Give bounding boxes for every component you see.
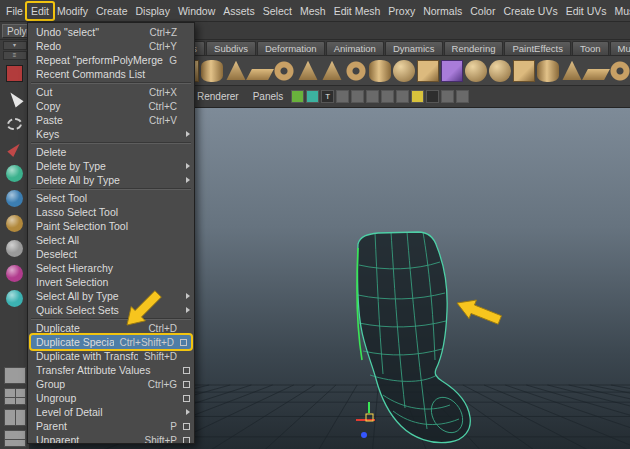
shelf-tab-toggle-button[interactable]: ▾ — [3, 41, 27, 50]
paint-selection-tool-icon[interactable] — [2, 136, 28, 161]
manipulator-z-handle[interactable] — [361, 432, 367, 438]
option-box-icon[interactable] — [183, 381, 190, 388]
shelf-tab-dynamics[interactable]: Dynamics — [385, 41, 443, 55]
menu-modify[interactable]: Modify — [53, 3, 92, 19]
camera-icon[interactable] — [351, 90, 364, 103]
menu-select[interactable]: Select — [259, 3, 296, 19]
edit-menu-item-parent[interactable]: ParentP — [28, 419, 194, 433]
soft-modification-icon[interactable] — [2, 261, 28, 286]
edit-menu-item-duplicate[interactable]: DuplicateCtrl+D — [28, 321, 194, 335]
edit-menu-item-copy[interactable]: CopyCtrl+C — [28, 99, 194, 113]
split-pane-layout-button[interactable] — [4, 430, 26, 447]
option-box-icon[interactable] — [183, 437, 190, 444]
edit-menu-item-group[interactable]: GroupCtrl+G — [28, 377, 194, 391]
lasso-tool-icon[interactable] — [2, 111, 28, 136]
poly-prism-icon[interactable] — [297, 60, 319, 82]
edit-menu-item-quick-select-sets[interactable]: Quick Select Sets — [28, 303, 194, 317]
single-pane-layout-button[interactable] — [4, 367, 26, 384]
dark-sphere-icon[interactable] — [426, 90, 439, 103]
menu-proxy[interactable]: Proxy — [384, 3, 419, 19]
edit-menu-item-keys[interactable]: Keys — [28, 127, 194, 141]
menu-edit-mesh[interactable]: Edit Mesh — [330, 3, 385, 19]
edit-menu-item-duplicate-with-transform[interactable]: Duplicate with TransformShift+D — [28, 349, 194, 363]
universal-manipulator-icon[interactable] — [2, 236, 28, 261]
shelf-tab-painteffects[interactable]: PaintEffects — [504, 41, 571, 55]
nurbs-sphere-icon[interactable] — [489, 60, 511, 82]
menu-normals[interactable]: Normals — [419, 3, 466, 19]
nurbs-cylinder-icon[interactable] — [537, 60, 559, 82]
menu-display[interactable]: Display — [131, 3, 173, 19]
rotate-tool-icon[interactable] — [2, 186, 28, 211]
film-gate-icon[interactable] — [381, 90, 394, 103]
poly-pyramid-icon[interactable] — [321, 60, 343, 82]
shelf-tab-muscle[interactable]: Muscle — [610, 41, 630, 55]
edit-menu-item-delete-by-type[interactable]: Delete by Type — [28, 159, 194, 173]
option-box-icon[interactable] — [180, 339, 187, 346]
edit-menu-item-ungroup[interactable]: Ungroup — [28, 391, 194, 405]
poly-cone-icon[interactable] — [225, 60, 247, 82]
use-lighting-icon[interactable] — [336, 90, 349, 103]
nurbs-cube-icon[interactable] — [513, 60, 535, 82]
show-manipulator-icon[interactable] — [2, 286, 28, 311]
option-box-icon[interactable] — [183, 395, 190, 402]
two-pane-layout-button[interactable] — [4, 409, 26, 426]
isolate-select-icon[interactable] — [441, 90, 454, 103]
edit-menu-item-paint-selection-tool[interactable]: Paint Selection Tool — [28, 219, 194, 233]
edit-menu-item-cut[interactable]: CutCtrl+X — [28, 85, 194, 99]
menu-window[interactable]: Window — [174, 3, 219, 19]
edit-menu-item-paste[interactable]: PasteCtrl+V — [28, 113, 194, 127]
menu-color[interactable]: Color — [466, 3, 499, 19]
xray-display-icon[interactable] — [456, 90, 469, 103]
menu-mesh[interactable]: Mesh — [296, 3, 330, 19]
menu-create[interactable]: Create — [92, 3, 132, 19]
edit-menu-item-undo-select[interactable]: Undo "select"Ctrl+Z — [28, 25, 194, 39]
edit-menu-item-lasso-select-tool[interactable]: Lasso Select Tool — [28, 205, 194, 219]
select-tool-icon[interactable] — [2, 86, 28, 111]
nurbs-cone-icon[interactable] — [561, 60, 583, 82]
edit-menu-item-deselect[interactable]: Deselect — [28, 247, 194, 261]
shelf-tab-animation[interactable]: Animation — [326, 41, 384, 55]
select-mask-icon[interactable] — [2, 61, 28, 86]
nurbs-plane-icon[interactable] — [582, 69, 610, 80]
shelf-tab-deformation[interactable]: Deformation — [257, 41, 325, 55]
edit-menu-item-select-all[interactable]: Select All — [28, 233, 194, 247]
edit-menu-item-repeat-performpolymerge-0[interactable]: Repeat "performPolyMerge 0"G — [28, 53, 194, 67]
panel-menu-panels[interactable]: Panels — [246, 91, 291, 102]
menu-assets[interactable]: Assets — [219, 3, 259, 19]
poly-cylinder-icon[interactable] — [201, 60, 223, 82]
shelf-tab-rendering[interactable]: Rendering — [444, 41, 504, 55]
move-tool-icon[interactable] — [2, 161, 28, 186]
poly-soccer-ball-icon[interactable] — [393, 60, 415, 82]
edit-menu-item-select-hierarchy[interactable]: Select Hierarchy — [28, 261, 194, 275]
move-manipulator[interactable] — [356, 402, 375, 438]
menu-file[interactable]: File — [2, 3, 27, 19]
poly-pipe-icon[interactable] — [345, 60, 367, 82]
panel-menu-renderer[interactable]: Renderer — [190, 91, 246, 102]
menu-edit[interactable]: Edit — [27, 3, 53, 19]
menu-edit-uvs[interactable]: Edit UVs — [562, 3, 611, 19]
menu-create-uvs[interactable]: Create UVs — [499, 3, 561, 19]
yellow-sphere-icon[interactable] — [411, 90, 424, 103]
resolution-gate-icon[interactable] — [396, 90, 409, 103]
option-box-icon[interactable] — [183, 423, 190, 430]
poly-helix-icon[interactable] — [369, 60, 391, 82]
shelf-tab-toon[interactable]: Toon — [572, 41, 609, 55]
sculpt-geometry-icon[interactable] — [465, 60, 487, 82]
edit-menu-item-redo[interactable]: RedoCtrl+Y — [28, 39, 194, 53]
grid-toggle-icon[interactable] — [366, 90, 379, 103]
option-box-icon[interactable] — [183, 367, 190, 374]
edit-menu-item-level-of-detail[interactable]: Level of Detail — [28, 405, 194, 419]
scale-tool-icon[interactable] — [2, 211, 28, 236]
shelf-menu-button[interactable]: ≡ — [3, 51, 27, 60]
volume-cube-icon[interactable] — [441, 60, 463, 82]
wireframe-on-shaded-icon[interactable] — [291, 90, 304, 103]
menu-muscle[interactable]: Muscle — [611, 3, 630, 19]
edit-menu-item-unparent[interactable]: UnparentShift+P — [28, 433, 194, 444]
poly-torus-icon[interactable] — [273, 60, 295, 82]
platonic-solid-icon[interactable] — [417, 60, 439, 82]
four-pane-layout-button[interactable] — [4, 388, 26, 405]
edit-menu-item-delete[interactable]: Delete — [28, 145, 194, 159]
edit-menu-item-recent-commands-list[interactable]: Recent Commands List — [28, 67, 194, 81]
edit-menu-item-select-tool[interactable]: Select Tool — [28, 191, 194, 205]
edit-menu-item-select-all-by-type[interactable]: Select All by Type — [28, 289, 194, 303]
